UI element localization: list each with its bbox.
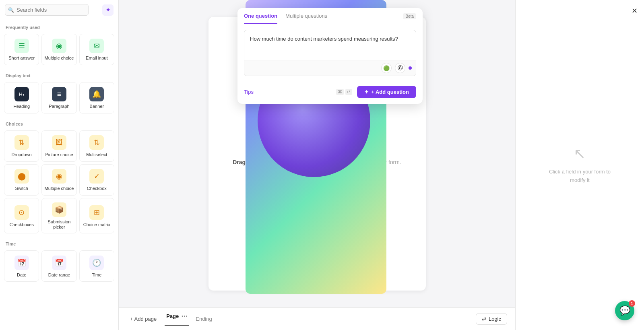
- tab-multiple-questions[interactable]: Multiple questions: [285, 13, 327, 24]
- heading-icon: H₁: [14, 87, 29, 101]
- choice-matrix-icon: ⊞: [89, 205, 104, 220]
- field-item-banner[interactable]: 🔔Banner: [79, 82, 114, 113]
- field-item-picture-choice[interactable]: 🖼Picture choice: [41, 130, 76, 162]
- multiselect-label: Multiselect: [86, 152, 107, 157]
- email-input-label: Email input: [86, 56, 107, 61]
- chat-icon: 💬: [619, 305, 630, 316]
- checkboxes-label: Checkboxes: [9, 222, 34, 227]
- field-item-submission-picker[interactable]: 📦Submission picker: [41, 198, 76, 233]
- ai-button[interactable]: ✦: [102, 4, 114, 16]
- logic-button[interactable]: ⇄ Logic: [476, 313, 507, 325]
- email-input-icon: ✉: [89, 39, 104, 53]
- page-tab-dots[interactable]: ⋯: [181, 312, 188, 320]
- close-button[interactable]: ✕: [632, 6, 638, 15]
- picture-choice-icon: 🖼: [52, 135, 66, 150]
- submission-picker-label: Submission picker: [43, 219, 74, 230]
- drag-drop-hint: ✤ Drag and drop questions from the left-…: [233, 140, 401, 167]
- field-item-checkbox[interactable]: ✓Checkbox: [79, 164, 114, 196]
- ending-tab[interactable]: Ending: [194, 316, 213, 322]
- main-area: One question Multiple questions Beta How…: [119, 0, 515, 330]
- right-panel: ✕ ↖ Click a field in your form to modify…: [515, 0, 644, 330]
- field-item-date2[interactable]: 📅Date range: [41, 250, 76, 282]
- multiselect-icon: ⇅: [89, 135, 104, 150]
- page-tab[interactable]: Page ⋯: [165, 312, 189, 326]
- page-tab-label: Page: [166, 313, 179, 319]
- submission-picker-icon: 📦: [52, 202, 66, 217]
- search-input[interactable]: [5, 4, 89, 16]
- click-hint-text: Click a field in your form to modify it: [549, 168, 611, 185]
- drag-cursor-icon: ✤: [312, 140, 322, 154]
- checkboxes-icon: ⊙: [14, 205, 29, 220]
- field-item-paragraph[interactable]: ≡Paragraph: [41, 82, 76, 113]
- short-answer-label: Short answer: [8, 56, 35, 61]
- logic-icon: ⇄: [482, 316, 486, 322]
- section-label-3: Time: [0, 237, 118, 249]
- search-icon: 🔍: [8, 7, 14, 13]
- field-item-multiple-choice[interactable]: ◉Multiple choice: [41, 34, 76, 65]
- field-item-choice-matrix[interactable]: ⊞Choice matrix: [79, 198, 114, 233]
- paragraph-label: Paragraph: [49, 104, 69, 109]
- dropdown-label: Dropdown: [12, 152, 32, 157]
- banner-label: Banner: [90, 104, 104, 109]
- heading-label: Heading: [13, 104, 30, 109]
- shortcut-hint: ⌘ ↵: [336, 89, 352, 95]
- banner-icon: 🔔: [89, 87, 104, 101]
- date1-icon: 📅: [14, 256, 29, 270]
- field-item-multiselect[interactable]: ⇅Multiselect: [79, 130, 114, 162]
- field-grid-2: ⇅Dropdown🖼Picture choice⇅Multiselect⬤Swi…: [0, 129, 118, 237]
- switch-icon: ⬤: [14, 169, 29, 184]
- popup-body: How much time do content marketers spend…: [237, 24, 423, 82]
- field-item-date1[interactable]: 📅Date: [4, 250, 39, 282]
- field-item-email-input[interactable]: ✉Email input: [79, 34, 114, 65]
- logic-label: Logic: [489, 316, 501, 322]
- grammark-icon-1[interactable]: 🟢: [381, 63, 392, 73]
- cursor-hint-icon: ↖: [574, 145, 586, 162]
- field-item-time[interactable]: 🕐Time: [79, 250, 114, 282]
- dot-indicator: [409, 66, 412, 70]
- section-label-2: Choices: [0, 117, 118, 129]
- field-grid-0: ☰Short answer◉Multiple choice✉Email inpu…: [0, 32, 118, 68]
- checkbox-label: Checkbox: [87, 186, 107, 191]
- field-item-short-answer[interactable]: ☰Short answer: [4, 34, 39, 65]
- bottom-bar: + Add page Page ⋯ Ending ⇄ Logic: [119, 307, 515, 330]
- field-item-dropdown[interactable]: ⇅Dropdown: [4, 130, 39, 162]
- date2-label: Date range: [48, 272, 70, 278]
- field-item-switch[interactable]: ⬤Switch: [4, 164, 39, 196]
- enter-key: ↵: [345, 89, 352, 95]
- tab-one-question[interactable]: One question: [244, 13, 277, 24]
- time-icon: 🕐: [89, 256, 104, 270]
- textarea-footer: 🟢 Ⓖ: [244, 60, 416, 76]
- multiple-choice-icon: ◉: [52, 39, 66, 53]
- section-label-1: Display text: [0, 68, 118, 80]
- click-hint: ↖ Click a field in your form to modify i…: [549, 145, 611, 185]
- textarea-wrap: How much time do content marketers spend…: [244, 30, 416, 76]
- switch-label: Switch: [15, 186, 28, 191]
- field-grid-1: H₁Heading≡Paragraph🔔Banner: [0, 80, 118, 117]
- add-question-button[interactable]: ✦ + Add question: [357, 86, 416, 98]
- question-textarea[interactable]: How much time do content marketers spend…: [244, 30, 416, 58]
- popup-tabs: One question Multiple questions Beta: [237, 8, 423, 24]
- field-item-heading[interactable]: H₁Heading: [4, 82, 39, 113]
- field-item-multiple-choice-2[interactable]: ◉Multiple choice: [41, 164, 76, 196]
- multiple-choice-2-icon: ◉: [52, 169, 66, 184]
- add-question-label: + Add question: [371, 89, 409, 95]
- field-grid-3: 📅Date📅Date range🕐Time: [0, 249, 118, 285]
- picture-choice-label: Picture choice: [45, 152, 73, 157]
- field-item-checkboxes[interactable]: ⊙Checkboxes: [4, 198, 39, 233]
- date2-icon: 📅: [52, 256, 66, 270]
- date1-label: Date: [17, 272, 26, 278]
- ai-icon: ✦: [105, 6, 111, 14]
- choice-matrix-label: Choice matrix: [83, 222, 110, 227]
- grammark-icon-2[interactable]: Ⓖ: [395, 63, 405, 73]
- tips-link[interactable]: Tips: [244, 89, 254, 95]
- add-page-label: + Add page: [130, 316, 157, 322]
- add-page-button[interactable]: + Add page: [127, 314, 160, 324]
- add-question-icon: ✦: [364, 89, 369, 95]
- chat-badge: 1: [629, 300, 635, 307]
- cmd-key: ⌘: [336, 89, 344, 95]
- search-bar: 🔍 ✦: [0, 0, 118, 20]
- chat-bubble[interactable]: 💬 1: [615, 301, 634, 320]
- search-wrap: 🔍: [5, 4, 99, 16]
- multiple-choice-2-label: Multiple choice: [45, 186, 74, 191]
- checkbox-icon: ✓: [89, 169, 104, 184]
